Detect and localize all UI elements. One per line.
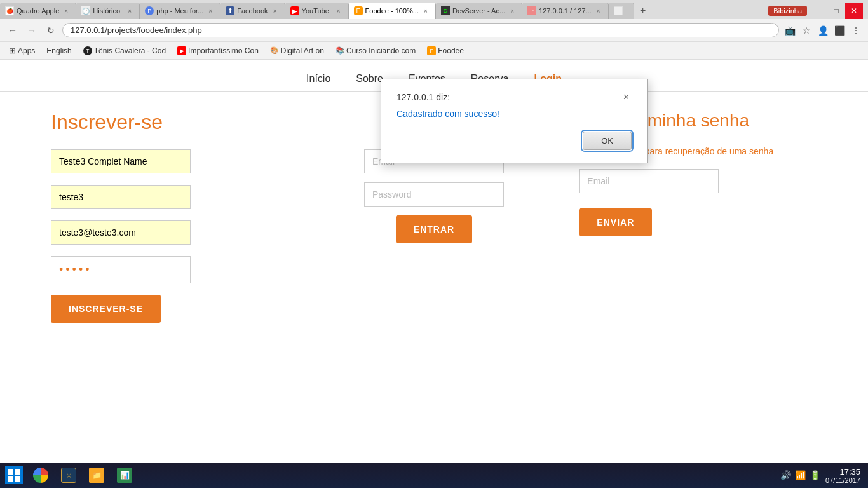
tab-title-yt: YouTube: [302, 7, 332, 15]
bookmark-tenis-label: Tênis Cavalera - Cod: [94, 46, 166, 55]
bookmark-english[interactable]: English: [43, 45, 75, 57]
taskbar-clock[interactable]: 17:35 07/11/2017: [825, 467, 860, 484]
tab-close-foodee[interactable]: ×: [421, 6, 430, 15]
tab-close-yt[interactable]: ×: [334, 6, 343, 15]
apps-grid-icon: ⊞: [9, 46, 16, 55]
extensions-icon[interactable]: ⬛: [832, 24, 846, 37]
browser-chrome: 🍎 Quadro Apple × 🕐 Histórico × P php - M…: [0, 0, 868, 60]
volume-up-icon[interactable]: 🔊: [780, 470, 791, 480]
win-logo-piece-2: [15, 469, 20, 475]
menu-icon[interactable]: ⋮: [849, 24, 863, 37]
tab-close-pma[interactable]: ×: [594, 6, 603, 15]
back-button[interactable]: ←: [5, 23, 20, 38]
tab-title-fb: Facebook: [237, 7, 268, 15]
tab-title-php: php - Meu for...: [156, 7, 203, 15]
taskbar-editor[interactable]: 📊: [112, 464, 137, 487]
tab-favicon-pma: P: [527, 6, 536, 15]
bookmark-apps-label: Apps: [18, 46, 35, 55]
taskbar: ⚔ 📁 📊 🔊 📶 🔋 17:35 07/11/2017: [0, 463, 868, 488]
bookmarks-bar: ⊞ Apps English T Tênis Cavalera - Cod ▶ …: [0, 42, 868, 60]
importantissimo-favicon: ▶: [177, 46, 186, 55]
dialog-header: 127.0.0.1 diz: ×: [397, 92, 632, 102]
taskbar-system-icons: 🔊 📶 🔋: [780, 470, 820, 480]
tenis-favicon: T: [83, 46, 92, 55]
bookmark-star-icon[interactable]: ☆: [799, 24, 813, 37]
foodee-favicon: F: [427, 46, 436, 55]
tab-bar: 🍎 Quadro Apple × 🕐 Histórico × P php - M…: [0, 0, 868, 19]
bookmark-importantissimo[interactable]: ▶ Importantíssimo Con: [173, 45, 262, 57]
taskbar-files[interactable]: 📁: [84, 464, 109, 487]
bookmark-foodee[interactable]: F Foodee: [423, 45, 468, 57]
tab-favicon-fb: f: [226, 6, 234, 15]
start-button[interactable]: [3, 464, 25, 487]
new-tab-button[interactable]: +: [634, 3, 652, 19]
tab-close-php[interactable]: ×: [206, 6, 215, 15]
editor-icon: 📊: [117, 468, 132, 483]
tab-youtube[interactable]: ▶ YouTube ×: [285, 3, 349, 19]
dialog-ok-button[interactable]: OK: [583, 132, 632, 150]
tab-close-quadro[interactable]: ×: [62, 6, 71, 15]
bookmark-apps[interactable]: ⊞ Apps: [5, 44, 39, 57]
url-bar[interactable]: 127.0.0.1/projects/foodee/index.php: [62, 23, 779, 37]
user-name-badge: Bibizinha: [768, 6, 807, 16]
reload-button[interactable]: ↻: [43, 23, 58, 38]
tab-title-quadro: Quadro Apple: [17, 7, 59, 15]
bookmark-curso[interactable]: 📚 Curso Iniciando com: [332, 45, 419, 57]
forward-button[interactable]: →: [24, 23, 39, 38]
tab-favicon-php: P: [145, 6, 154, 15]
bookmark-foodee-label: Foodee: [438, 46, 464, 55]
bookmark-curso-label: Curso Iniciando com: [346, 46, 416, 55]
tab-blank[interactable]: [609, 3, 634, 19]
browser-icons: 📺 ☆ 👤 ⬛ ⋮: [783, 24, 863, 37]
battery-icon[interactable]: 🔋: [810, 470, 820, 480]
bookmark-tenis[interactable]: T Tênis Cavalera - Cod: [79, 45, 170, 57]
dialog-message: Cadastrado com sucesso!: [397, 109, 632, 119]
tab-quadro-apple[interactable]: 🍎 Quadro Apple ×: [0, 3, 76, 19]
dialog-close-button[interactable]: ×: [621, 92, 632, 102]
tab-user-area: Bibizinha ─ □ ✕: [763, 3, 868, 19]
address-bar: ← → ↻ 127.0.0.1/projects/foodee/index.ph…: [0, 19, 868, 42]
dialog-footer: OK: [397, 132, 632, 150]
wifi-icon[interactable]: 📶: [795, 470, 806, 480]
taskbar-right: 🔊 📶 🔋 17:35 07/11/2017: [780, 467, 865, 484]
bookmark-importantissimo-label: Importantíssimo Con: [188, 46, 259, 55]
profile-icon[interactable]: 👤: [816, 24, 830, 37]
win-logo-piece-3: [8, 476, 13, 482]
taskbar-league[interactable]: ⚔: [56, 464, 81, 487]
maximize-button[interactable]: □: [827, 3, 845, 19]
url-text: 127.0.0.1/projects/foodee/index.php: [71, 25, 202, 35]
close-button[interactable]: ✕: [845, 3, 863, 19]
tab-close-hist[interactable]: ×: [125, 6, 134, 15]
dialog-title: 127.0.0.1 diz:: [397, 92, 450, 102]
tab-title-hist: Histórico: [93, 7, 123, 15]
tab-historico[interactable]: 🕐 Histórico ×: [76, 3, 140, 19]
minimize-button[interactable]: ─: [810, 3, 827, 19]
league-icon: ⚔: [61, 468, 76, 483]
curso-favicon: 📚: [336, 46, 344, 55]
bookmark-english-label: English: [46, 46, 71, 55]
taskbar-chrome[interactable]: [28, 464, 53, 487]
tab-php[interactable]: P php - Meu for... ×: [140, 3, 220, 19]
dialog-overlay: 127.0.0.1 diz: × Cadastrado com sucesso!…: [0, 60, 868, 488]
tab-pma[interactable]: P 127.0.0.1 / 127... ×: [522, 3, 609, 19]
bookmark-digital-art-label: Digital Art on: [281, 46, 324, 55]
win-logo-piece-4: [15, 476, 20, 482]
tab-favicon-quadro: 🍎: [5, 6, 14, 15]
digital-art-favicon: 🎨: [270, 46, 279, 55]
window-controls: ─ □ ✕: [810, 3, 863, 19]
win-logo-piece-1: [8, 469, 13, 475]
tab-foodee[interactable]: F Foodee - 100%... ×: [349, 3, 436, 19]
cast-icon[interactable]: 📺: [783, 24, 797, 37]
windows-logo: [5, 466, 23, 484]
tab-favicon-foodee: F: [354, 6, 363, 15]
tab-title-dev: DevServer - Ac...: [452, 7, 505, 15]
files-icon: 📁: [89, 468, 104, 483]
tab-facebook[interactable]: f Facebook ×: [220, 3, 285, 19]
bookmark-digital-art[interactable]: 🎨 Digital Art on: [266, 45, 328, 57]
tab-favicon-yt: ▶: [290, 6, 299, 15]
tab-favicon-hist: 🕐: [81, 6, 90, 15]
chrome-icon: [33, 468, 48, 483]
tab-close-fb[interactable]: ×: [271, 6, 280, 15]
tab-close-dev[interactable]: ×: [508, 6, 517, 15]
tab-devserver[interactable]: D DevServer - Ac... ×: [436, 3, 522, 19]
